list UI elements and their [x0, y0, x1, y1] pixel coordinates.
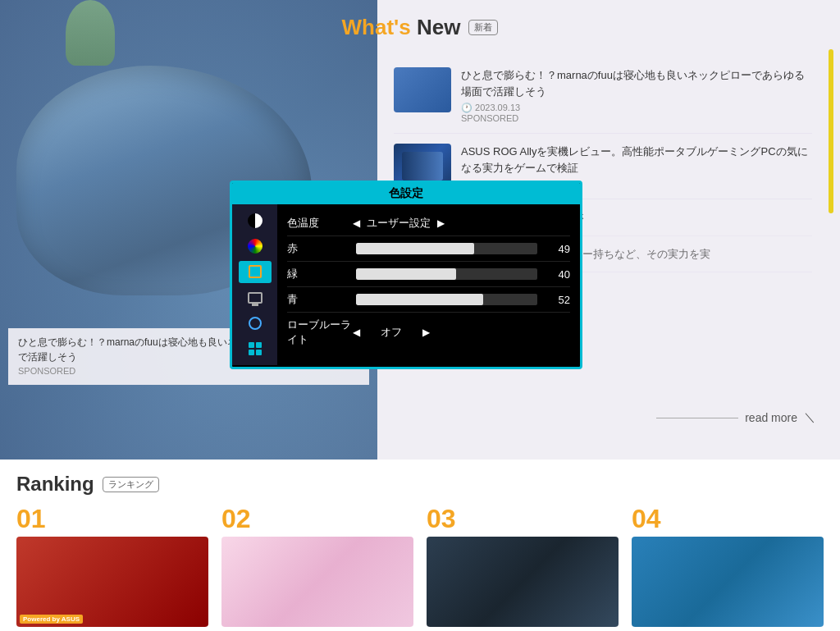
osd-num-green: 40: [547, 268, 570, 281]
osd-icon-contrast[interactable]: [239, 209, 272, 231]
ranking-item-2[interactable]: 02: [221, 505, 413, 627]
ranking-header: Ranking ランキング: [16, 473, 824, 496]
osd-bar-fill-red: [356, 243, 474, 254]
osd-row-blue: 青 52: [287, 287, 570, 313]
osd-value-color-temp: ユーザー設定: [367, 216, 431, 231]
osd-label-red: 赤: [287, 241, 353, 256]
osd-bar-fill-blue: [356, 294, 483, 305]
osd-label-color-temp: 色温度: [287, 216, 353, 231]
ranking-num-2: 02: [221, 505, 413, 532]
contrast-icon: [248, 213, 262, 228]
ranking-thumb-2: [221, 537, 413, 627]
news-item-1[interactable]: ひと息で膨らむ！？marnaのfuuは寝心地も良いネックピローであらゆる場面で活…: [394, 57, 812, 134]
ranking-item-1[interactable]: 01 Powered by ASUS: [16, 505, 208, 627]
news-thumb-1: [394, 67, 451, 112]
osd-label-green: 緑: [287, 267, 353, 281]
grid-icon: [249, 342, 262, 355]
osd-control-blue-light: ◀ オフ ▶: [353, 325, 570, 340]
ranking-title: Ranking: [16, 473, 94, 496]
ranking-num-4: 04: [632, 505, 824, 532]
osd-icon-monitor[interactable]: [239, 286, 272, 309]
ranking-section: Ranking ランキング 01 Powered by ASUS 02 03 0…: [0, 460, 840, 631]
news-title-2: ASUS ROG Allyを実機レビュー。高性能ポータブルゲーミングPCの気にな…: [461, 144, 812, 176]
osd-label-blue-light: ローブルーライト: [287, 318, 353, 347]
osd-value-blue-light: オフ: [367, 325, 416, 340]
osd-row-green: 緑 40: [287, 262, 570, 287]
osd-bar-red[interactable]: [356, 243, 537, 254]
ranking-badge: ランキング: [103, 477, 159, 492]
osd-num-red: 49: [547, 243, 570, 255]
osd-label-blue: 青: [287, 292, 353, 307]
section-title: What's New: [342, 15, 461, 40]
osd-row-blue-light: ローブルーライト ◀ オフ ▶: [287, 313, 570, 352]
osd-arrow-left-blue-light[interactable]: ◀: [353, 327, 360, 338]
read-more-line: [656, 418, 738, 418]
osd-bar-fill-green: [356, 268, 456, 280]
osd-bar-blue[interactable]: [356, 294, 537, 305]
color-icon: [248, 239, 262, 254]
osd-icon-sharpness[interactable]: [239, 261, 272, 283]
monitor-icon: [248, 292, 262, 304]
osd-row-color-temp: 色温度 ◀ ユーザー設定 ▶: [287, 211, 570, 236]
ranking-thumb-4: [632, 537, 824, 627]
ranking-num-3: 03: [427, 505, 619, 532]
osd-arrow-right-color-temp[interactable]: ▶: [437, 217, 445, 229]
osd-icon-grid[interactable]: [239, 338, 272, 360]
osd-main-panel: 色温度 ◀ ユーザー設定 ▶ 赤 49 緑: [277, 204, 580, 365]
news-title-1: ひと息で膨らむ！？marnaのfuuは寝心地も良いネックピローであらゆる場面で活…: [461, 67, 812, 99]
ranking-thumb-3: [427, 537, 619, 627]
read-more-chevron-icon: ＼: [804, 410, 815, 425]
ranking-num-1: 01: [16, 505, 208, 532]
sharpness-icon: [249, 265, 262, 278]
news-text-1: ひと息で膨らむ！？marnaのfuuは寝心地も良いネックピローであらゆる場面で活…: [461, 67, 812, 123]
whats-new-badge: 新着: [468, 20, 498, 35]
osd-icon-settings[interactable]: [239, 312, 272, 334]
news-date-1: 🕐 2023.09.13: [461, 103, 520, 112]
osd-sidebar: [232, 204, 277, 365]
whats-new-header: What's New 新着: [0, 0, 840, 48]
ranking-item-4[interactable]: 04: [632, 505, 824, 627]
osd-control-green: 40: [353, 268, 570, 281]
osd-control-blue: 52: [353, 294, 570, 306]
yellow-accent-bar: [829, 49, 833, 213]
settings-icon: [249, 317, 262, 330]
osd-dialog: 色設定: [230, 181, 582, 369]
osd-num-blue: 52: [547, 294, 570, 306]
osd-arrow-right-blue-light[interactable]: ▶: [422, 327, 430, 338]
ranking-items: 01 Powered by ASUS 02 03 04: [16, 505, 824, 627]
ranking-thumb-1: Powered by ASUS: [16, 537, 208, 627]
osd-control-color-temp: ◀ ユーザー設定 ▶: [353, 216, 570, 231]
osd-title: 色設定: [232, 183, 580, 204]
osd-arrow-left-color-temp[interactable]: ◀: [353, 217, 360, 229]
ranking-item-3[interactable]: 03: [427, 505, 619, 627]
osd-row-red: 赤 49: [287, 236, 570, 262]
osd-icon-color[interactable]: [239, 235, 272, 257]
osd-control-red: 49: [353, 243, 570, 255]
osd-content: 色温度 ◀ ユーザー設定 ▶ 赤 49 緑: [232, 204, 580, 365]
read-more-text[interactable]: read more: [745, 411, 797, 424]
read-more-area[interactable]: read more ＼: [656, 410, 815, 425]
news-sponsored-1: SPONSORED: [461, 113, 812, 123]
asus-badge: Powered by ASUS: [20, 615, 83, 624]
osd-bar-green[interactable]: [356, 268, 537, 280]
